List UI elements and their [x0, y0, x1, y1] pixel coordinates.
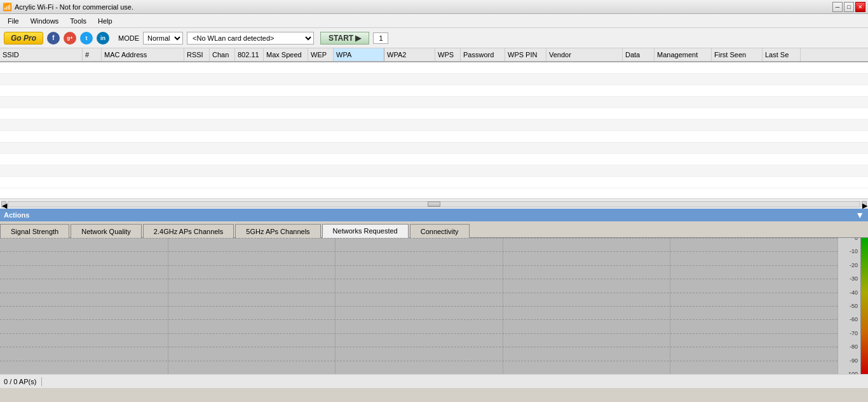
dbm-label-100: -100 [846, 371, 858, 374]
go-pro-button[interactable]: Go Pro [4, 32, 43, 45]
wlan-card-select[interactable]: <No WLan card detected> [187, 32, 314, 45]
th-wpa[interactable]: WPA [334, 48, 384, 61]
menu-tools[interactable]: Tools [65, 16, 92, 26]
table-row [0, 165, 868, 177]
chart-container: 0-10-20-30-40-50-60-70-80-90-100 [0, 238, 868, 374]
linkedin-icon[interactable]: in [97, 32, 109, 45]
dbm-label-20: -20 [850, 262, 858, 268]
chart-main [0, 238, 837, 374]
dbm-label-40: -40 [850, 289, 858, 296]
close-button[interactable]: ✕ [855, 2, 865, 12]
dbm-label-70: -70 [850, 330, 858, 336]
mode-select[interactable]: Normal Monitor [143, 32, 183, 45]
title-bar-text: 📶 Acrylic Wi-Fi - Not for commercial use… [3, 3, 133, 11]
th-num[interactable]: # [83, 48, 102, 61]
chart-h-line [0, 306, 837, 307]
table-row [0, 74, 868, 85]
tab-networks-requested[interactable]: Networks Requested [322, 224, 409, 238]
th-vendor[interactable]: Vendor [546, 48, 623, 61]
googleplus-icon[interactable]: g+ [64, 32, 76, 45]
ap-count: 0 / 0 AP(s) [4, 378, 36, 385]
table-row [0, 154, 868, 165]
tab-connectivity[interactable]: Connectivity [410, 224, 470, 238]
facebook-icon[interactable]: f [47, 32, 60, 45]
menu-bar: File Windows Tools Help [0, 14, 868, 28]
dbm-scale: 0-10-20-30-40-50-60-70-80-90-100 [837, 238, 860, 374]
th-management[interactable]: Management [654, 48, 712, 61]
actions-label: Actions [4, 211, 29, 219]
table-row [0, 142, 868, 154]
th-data[interactable]: Data [623, 48, 654, 61]
th-lastseen[interactable]: Last Se [763, 48, 801, 61]
th-firstseen[interactable]: First Seen [712, 48, 763, 61]
tab-signal-strength[interactable]: Signal Strength [0, 224, 69, 238]
table-row [0, 177, 868, 188]
table-row [0, 120, 868, 131]
th-maxspeed[interactable]: Max Speed [264, 48, 308, 61]
status-bar: 0 / 0 AP(s) [0, 374, 868, 388]
table-row [0, 97, 868, 108]
th-dot11[interactable]: 802.11 [235, 48, 264, 61]
start-button[interactable]: START ▶ [320, 32, 369, 45]
chart-h-line [0, 251, 837, 252]
collapse-icon[interactable]: ▼ [855, 210, 864, 220]
table-row [0, 62, 868, 74]
tabs-row: Signal StrengthNetwork Quality2.4GHz APs… [0, 221, 868, 238]
table-row [0, 85, 868, 97]
th-wpa2[interactable]: WPA2 [384, 48, 435, 61]
toolbar: Go Pro f g+ t in MODE Normal Monitor <No… [0, 28, 868, 48]
table-row [0, 131, 868, 142]
th-wep[interactable]: WEP [308, 48, 334, 61]
th-chan[interactable]: Chan [210, 48, 235, 61]
horizontal-scrollbar[interactable]: ◀ ▶ [0, 198, 868, 209]
tab-5ghz-channels[interactable]: 5GHz APs Channels [235, 224, 320, 238]
menu-file[interactable]: File [3, 16, 24, 26]
twitter-icon[interactable]: t [80, 32, 93, 45]
dbm-label-10: -10 [850, 248, 858, 254]
scroll-right-btn[interactable]: ▶ [862, 201, 867, 207]
th-password[interactable]: Password [461, 48, 505, 61]
title-bar-controls: ─ □ ✕ [832, 2, 865, 12]
dbm-label-30: -30 [850, 275, 858, 282]
tab-24ghz-channels[interactable]: 2.4GHz APs Channels [143, 224, 234, 238]
mode-label: MODE [118, 34, 139, 42]
table-header: SSID#MAC AddressRSSIChan802.11Max SpeedW… [0, 48, 868, 62]
chart-h-line [0, 347, 837, 347]
th-rssi[interactable]: RSSI [184, 48, 210, 61]
menu-windows[interactable]: Windows [25, 16, 64, 26]
chart-h-line [0, 293, 837, 293]
scroll-track[interactable] [8, 201, 860, 207]
app-title: Acrylic Wi-Fi - Not for commercial use. [15, 3, 133, 11]
chart-h-line [0, 319, 837, 320]
status-divider [41, 377, 42, 386]
chart-h-line [0, 279, 837, 279]
th-ssid[interactable]: SSID [0, 48, 83, 61]
scroll-thumb[interactable] [428, 202, 440, 207]
table-row [0, 108, 868, 120]
table-body [0, 62, 868, 198]
counter-box: 1 [373, 32, 388, 44]
app-icon: 📶 [3, 3, 12, 11]
chart-h-line [0, 265, 837, 266]
dbm-label-60: -60 [850, 316, 858, 322]
dbm-label-80: -80 [850, 343, 858, 350]
maximize-button[interactable]: □ [844, 2, 854, 12]
dbm-label-50: -50 [850, 303, 858, 309]
th-wpspin[interactable]: WPS PIN [505, 48, 546, 61]
dbm-label-0: 0 [855, 238, 858, 241]
minimize-button[interactable]: ─ [832, 2, 843, 12]
th-wps[interactable]: WPS [435, 48, 461, 61]
th-mac[interactable]: MAC Address [102, 48, 184, 61]
chart-h-line [0, 238, 837, 239]
chart-h-line [0, 333, 837, 334]
tab-network-quality[interactable]: Network Quality [71, 224, 142, 238]
signal-color-bar [860, 238, 868, 374]
title-bar: 📶 Acrylic Wi-Fi - Not for commercial use… [0, 0, 868, 14]
actions-bar: Actions ▼ [0, 209, 868, 221]
chart-h-line [0, 361, 837, 361]
menu-help[interactable]: Help [93, 16, 118, 26]
dbm-label-90: -90 [850, 357, 858, 364]
scroll-left-btn[interactable]: ◀ [1, 201, 6, 207]
